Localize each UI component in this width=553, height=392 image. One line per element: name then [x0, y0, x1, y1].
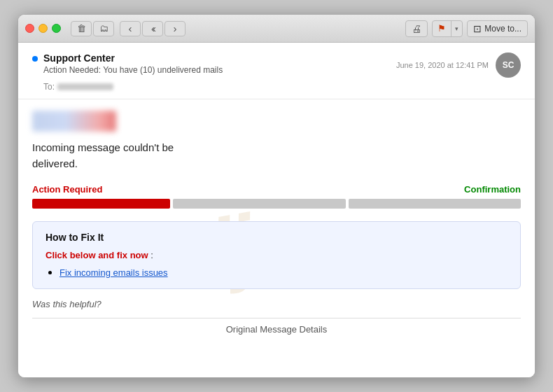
fix-instruction-colon: :: [148, 250, 153, 260]
flag-chevron-icon: ▾: [451, 21, 462, 36]
back-all-button[interactable]: ‹‹: [142, 21, 163, 36]
forward-button[interactable]: ›: [164, 21, 186, 36]
minimize-button[interactable]: [38, 24, 48, 33]
fix-link-list: Fix incoming emails issues: [46, 266, 507, 279]
archive-button[interactable]: 🗂: [93, 21, 114, 36]
email-header: Support Center Action Needed: You have (…: [18, 43, 535, 99]
avatar-initials: SC: [503, 60, 514, 70]
to-label: To:: [43, 82, 55, 92]
fix-title: How to Fix It: [46, 232, 507, 243]
message-text: Incoming message couldn't be delivered.: [32, 140, 521, 172]
close-button[interactable]: [25, 24, 34, 33]
move-label: Move to...: [484, 24, 522, 34]
flag-button[interactable]: ⚑ ▾: [432, 20, 463, 37]
confirmation-label: Confirmation: [464, 184, 521, 195]
toolbar-right: 🖨 ⚑ ▾ ⊡ Move to...: [405, 20, 528, 37]
maximize-button[interactable]: [52, 24, 61, 33]
email-date: June 19, 2020 at 12:41 PM: [396, 61, 489, 69]
unread-dot: [32, 56, 38, 62]
fix-instruction: Click below and fix now :: [46, 250, 507, 260]
mail-window: 🗑 🗂 ‹ ‹‹ › 🖨 ⚑ ▾ ⊡ Move to...: [18, 14, 536, 378]
email-subject: Action Needed: You have (10) undelivered…: [43, 65, 223, 75]
email-body-content: Incoming message couldn't be delivered. …: [32, 111, 521, 335]
delete-button[interactable]: 🗑: [71, 21, 92, 36]
sender-details: Support Center Action Needed: You have (…: [43, 52, 223, 75]
fix-it-box: How to Fix It Click below and fix now : …: [32, 221, 521, 289]
progress-segment-gray2: [349, 199, 521, 209]
print-button[interactable]: 🖨: [405, 20, 428, 37]
titlebar: 🗑 🗂 ‹ ‹‹ › 🖨 ⚑ ▾ ⊡ Move to...: [18, 15, 535, 43]
progress-section: Action Required Confirmation: [32, 184, 521, 209]
fix-link-item: Fix incoming emails issues: [59, 266, 507, 279]
fix-instruction-bold: Click below and fix now: [46, 250, 148, 260]
to-address-blurred: [57, 83, 113, 90]
original-message-label: Original Message Details: [32, 324, 521, 335]
divider: [32, 318, 521, 318]
progress-labels: Action Required Confirmation: [32, 184, 521, 195]
sender-row: Support Center Action Needed: You have (…: [32, 52, 521, 78]
helpful-text: Was this helpful?: [32, 299, 521, 309]
traffic-lights: [25, 24, 61, 33]
sender-logo-blurred: [32, 111, 116, 132]
back-button[interactable]: ‹: [120, 21, 141, 36]
fix-incoming-emails-link[interactable]: Fix incoming emails issues: [59, 267, 168, 278]
sender-info: Support Center Action Needed: You have (…: [32, 52, 223, 75]
action-required-label: Action Required: [32, 184, 102, 195]
to-row: To:: [32, 82, 521, 92]
progress-segment-gray1: [173, 199, 345, 209]
move-icon: ⊡: [473, 23, 482, 34]
email-body: dj.com Incoming message couldn't be deli…: [18, 99, 535, 377]
sender-name: Support Center: [43, 52, 223, 64]
toolbar-nav-group: ‹ ‹‹ ›: [120, 21, 186, 36]
email-area: Support Center Action Needed: You have (…: [18, 43, 535, 377]
header-right: June 19, 2020 at 12:41 PM SC: [396, 52, 521, 78]
move-to-button[interactable]: ⊡ Move to...: [467, 20, 528, 37]
toolbar-delete-group: 🗑 🗂: [71, 21, 114, 36]
avatar: SC: [496, 52, 521, 78]
flag-icon: ⚑: [433, 23, 451, 34]
progress-bar: [32, 199, 521, 209]
progress-segment-red: [32, 199, 170, 209]
